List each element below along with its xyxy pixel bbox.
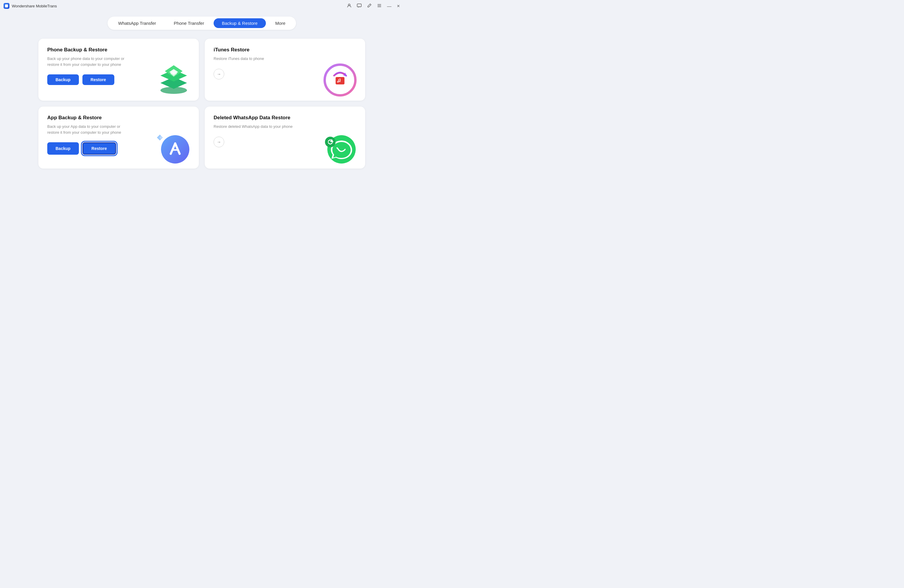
titlebar-controls: — ✕ (347, 3, 400, 9)
app-icon (3, 3, 9, 9)
app-backup-illustration (155, 130, 193, 162)
app-restore-button[interactable]: Restore (82, 142, 116, 154)
nav-container: WhatsApp Transfer Phone Transfer Backup … (0, 12, 403, 36)
whatsapp-restore-title: Deleted WhatsApp Data Restore (213, 115, 315, 121)
whatsapp-illustration (318, 130, 359, 162)
phone-backup-desc: Back up your phone data to your computer… (47, 56, 130, 67)
minimize-button[interactable]: — (387, 4, 392, 8)
itunes-restore-title: iTunes Restore (213, 47, 315, 53)
whatsapp-arrow-button[interactable]: → (213, 137, 224, 147)
app-backup-desc: Back up your App data to your computer o… (47, 124, 130, 135)
nav-item-backup[interactable]: Backup & Restore (213, 18, 266, 28)
itunes-buttons: → (213, 69, 315, 79)
phone-backup-card: Phone Backup & Restore Back up your phon… (38, 39, 199, 101)
itunes-illustration (318, 62, 359, 95)
whatsapp-buttons: → (213, 137, 315, 147)
menu-icon[interactable] (377, 3, 382, 9)
app-backup-button[interactable]: Backup (47, 142, 79, 154)
nav-item-whatsapp[interactable]: WhatsApp Transfer (110, 18, 164, 28)
phone-backup-title: Phone Backup & Restore (47, 47, 190, 53)
nav-item-more[interactable]: More (267, 18, 294, 28)
titlebar-left: Wondershare MobileTrans (3, 3, 57, 9)
itunes-arrow-button[interactable]: → (213, 69, 224, 79)
phone-restore-button[interactable]: Restore (82, 74, 114, 85)
svg-rect-1 (357, 4, 361, 7)
chat-icon[interactable] (357, 3, 362, 9)
itunes-restore-desc: Restore iTunes data to phone (213, 56, 296, 62)
itunes-restore-card: iTunes Restore Restore iTunes data to ph… (205, 39, 365, 101)
app-backup-card: App Backup & Restore Back up your App da… (38, 107, 199, 169)
titlebar: Wondershare MobileTrans (0, 0, 403, 12)
phone-backup-illustration (155, 62, 193, 95)
nav-item-phone[interactable]: Phone Transfer (166, 18, 212, 28)
whatsapp-restore-card: Deleted WhatsApp Data Restore Restore de… (205, 107, 365, 169)
whatsapp-restore-desc: Restore deleted WhatsApp data to your ph… (213, 124, 296, 129)
app-title: Wondershare MobileTrans (12, 4, 57, 8)
close-button[interactable]: ✕ (397, 4, 400, 8)
nav-pill: WhatsApp Transfer Phone Transfer Backup … (107, 17, 296, 30)
user-icon[interactable] (347, 3, 352, 9)
cards-grid: Phone Backup & Restore Back up your phon… (38, 39, 365, 169)
phone-backup-button[interactable]: Backup (47, 74, 79, 85)
edit-icon[interactable] (367, 3, 371, 9)
app-backup-title: App Backup & Restore (47, 115, 190, 121)
main-content: Phone Backup & Restore Back up your phon… (0, 36, 403, 169)
